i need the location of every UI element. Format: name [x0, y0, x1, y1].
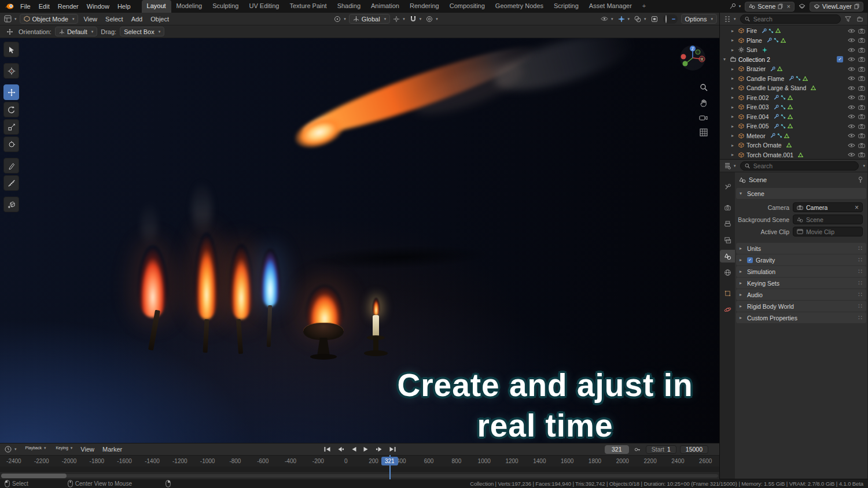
viewlayer-browse-icon[interactable] — [797, 3, 807, 10]
outliner-row[interactable]: Candle Flame — [720, 74, 867, 84]
hide-viewport-eye-icon[interactable] — [848, 76, 855, 81]
modifier-wrench-icon[interactable] — [774, 114, 779, 119]
workspace-tab[interactable]: UV Editing — [244, 0, 284, 13]
expand-arrow-icon[interactable] — [731, 86, 736, 91]
jump-end-icon[interactable] — [388, 446, 397, 453]
hide-viewport-eye-icon[interactable] — [848, 66, 855, 72]
drag-handle-icon[interactable]: ∷ — [858, 256, 863, 264]
outliner-row[interactable]: Fire.002 — [720, 93, 867, 103]
mesh-data-icon[interactable] — [775, 28, 781, 33]
modifier-wrench-icon[interactable] — [770, 133, 775, 138]
tab-physics[interactable] — [720, 303, 735, 316]
viewport-menu-item[interactable]: Add — [127, 14, 147, 24]
clear-field-icon[interactable]: × — [855, 204, 859, 211]
camera-view-icon[interactable] — [699, 114, 708, 121]
expand-arrow-icon[interactable] — [731, 47, 736, 53]
move-tool[interactable] — [3, 84, 19, 100]
disable-render-camera-icon[interactable] — [858, 143, 865, 148]
drag-dropdown[interactable]: Select Box▾ — [120, 27, 164, 36]
hide-viewport-eye-icon[interactable] — [848, 38, 855, 43]
modifier-wrench-icon[interactable] — [762, 28, 767, 34]
modifier-wrench-icon[interactable] — [774, 95, 779, 100]
disable-render-camera-icon[interactable] — [858, 95, 865, 100]
tab-render[interactable] — [720, 201, 735, 214]
outliner-row[interactable]: Fire.003 — [720, 102, 867, 112]
property-panel-header[interactable]: ✓ Units ∷ — [736, 243, 866, 254]
workspace-tab[interactable]: Rendering — [404, 0, 444, 13]
drag-handle-icon[interactable]: ∷ — [858, 268, 863, 275]
tab-object[interactable] — [720, 287, 735, 300]
annotate-tool[interactable] — [3, 158, 19, 173]
outliner-row[interactable]: Sun — [720, 45, 867, 55]
property-panel-header[interactable]: ✓ Keying Sets ∷ — [736, 278, 866, 289]
property-panel-header[interactable]: ✓ Gravity ∷ — [736, 254, 866, 265]
tab-scene[interactable] — [720, 250, 735, 263]
expand-arrow-icon[interactable] — [731, 143, 736, 148]
shading-wireframe-button[interactable] — [665, 16, 667, 23]
expand-arrow-icon[interactable] — [731, 114, 736, 119]
timeline-editor-type-icon[interactable]: ▾ — [3, 446, 19, 453]
pan-hand-icon[interactable] — [700, 99, 708, 107]
app-menu-item[interactable]: Window — [83, 2, 113, 11]
xray-toggle-icon[interactable] — [649, 16, 660, 23]
viewport-canvas[interactable]: Z X — [0, 38, 719, 443]
mesh-data-icon[interactable] — [788, 105, 793, 109]
disable-render-camera-icon[interactable] — [858, 38, 865, 43]
tab-world[interactable] — [720, 266, 735, 279]
expand-arrow-icon[interactable] — [731, 95, 736, 100]
collection-checkbox[interactable]: ✓ — [837, 56, 843, 62]
workspace-tab[interactable]: Layout — [142, 0, 171, 13]
geometry-nodes-icon[interactable] — [774, 38, 779, 43]
measure-tool[interactable] — [3, 175, 19, 191]
hide-viewport-eye-icon[interactable] — [848, 152, 855, 157]
hide-viewport-eye-icon[interactable] — [848, 57, 855, 62]
drag-handle-icon[interactable]: ∷ — [858, 291, 863, 298]
expand-arrow-icon[interactable] — [731, 133, 736, 138]
start-frame-field[interactable]: Start1 — [646, 445, 676, 454]
app-menu-item[interactable]: Help — [113, 2, 135, 11]
property-panel-header[interactable]: ✓ Rigid Body World ∷ — [736, 301, 866, 312]
editor-type-button[interactable]: ▾ — [2, 15, 19, 23]
property-panel-header[interactable]: ✓ Custom Properties ∷ — [736, 312, 866, 323]
expand-arrow-icon[interactable] — [731, 105, 736, 110]
navigation-gizmo[interactable]: Z X — [679, 44, 707, 72]
expand-arrow-icon[interactable] — [731, 28, 736, 34]
workspace-tab[interactable]: Scripting — [549, 0, 584, 13]
hide-viewport-eye-icon[interactable] — [848, 47, 855, 53]
workspace-tab[interactable]: Compositing — [444, 0, 490, 13]
scene-selector[interactable]: Scene × — [745, 2, 795, 12]
mesh-data-icon[interactable] — [788, 124, 793, 128]
prev-keyframe-icon[interactable] — [336, 446, 345, 453]
modifier-wrench-icon[interactable] — [774, 124, 779, 129]
workspace-tab[interactable]: Shading — [332, 0, 366, 13]
tab-tool[interactable] — [720, 180, 735, 193]
outliner-row[interactable]: Torch Ornate — [720, 141, 867, 150]
light-data-icon[interactable] — [762, 47, 767, 53]
app-menu-item[interactable]: Edit — [35, 2, 54, 11]
outliner-row[interactable]: Fire.005 — [720, 121, 867, 131]
timeline-menu-item[interactable]: Marker — [98, 445, 126, 454]
scale-tool[interactable] — [3, 119, 19, 135]
drag-handle-icon[interactable]: ∷ — [858, 314, 863, 321]
drag-handle-icon[interactable]: ∷ — [858, 245, 863, 252]
timeline-ruler[interactable]: -2400-2200-2000-1800-1600-1400-1200-1000… — [0, 455, 719, 467]
rotate-tool[interactable] — [3, 102, 19, 117]
disable-render-camera-icon[interactable] — [858, 124, 865, 129]
scene-browse-icon[interactable]: ▾ — [727, 3, 743, 10]
object-visibility-icon[interactable]: ▾ — [599, 16, 615, 21]
hide-viewport-eye-icon[interactable] — [848, 114, 855, 119]
zoom-icon[interactable] — [700, 83, 708, 91]
transform-tool[interactable] — [3, 136, 19, 152]
hide-viewport-eye-icon[interactable] — [848, 28, 855, 34]
jump-start-icon[interactable] — [322, 446, 332, 453]
toggle-ortho-icon[interactable] — [700, 128, 708, 136]
geometry-nodes-icon[interactable] — [768, 28, 774, 34]
scene-panel-header[interactable]: Scene — [736, 188, 866, 199]
play-icon[interactable] — [362, 446, 370, 453]
mesh-data-icon[interactable] — [781, 38, 786, 43]
expand-arrow-icon[interactable] — [731, 76, 736, 81]
expand-arrow-icon[interactable] — [731, 38, 736, 43]
hide-viewport-eye-icon[interactable] — [848, 95, 855, 100]
geometry-nodes-icon[interactable] — [777, 133, 782, 138]
pin-icon[interactable] — [858, 176, 863, 183]
